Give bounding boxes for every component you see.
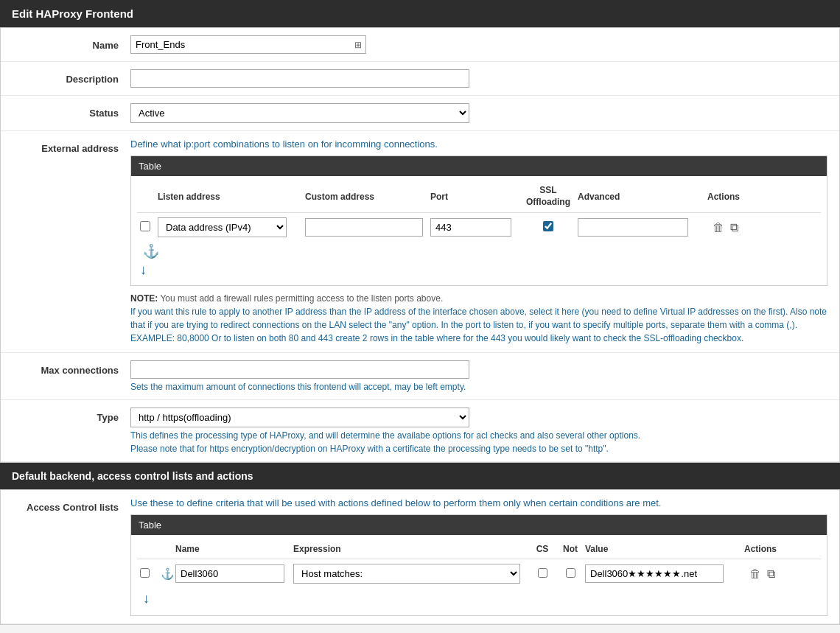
acl-cs-cell — [529, 568, 556, 580]
external-address-label: External address — [13, 139, 130, 154]
acl-table: Table Name Expression CS Not Value Actio… — [130, 514, 827, 616]
external-address-table: Table Listen address Custom address Port… — [130, 155, 827, 286]
ssl-offloading-checkbox[interactable] — [543, 221, 553, 231]
section2-header: Default backend, access control lists an… — [0, 463, 840, 489]
name-content: ⊞ — [130, 35, 827, 54]
acl-col-actions-header: Actions — [732, 544, 777, 554]
section2-form: Access Control lists Use these to define… — [0, 489, 840, 625]
col-advanced-header: Advanced — [578, 192, 696, 202]
acl-arrow-area: ↓ — [137, 588, 821, 609]
type-help-1: This defines the processing type of HAPr… — [130, 430, 827, 441]
advanced-input[interactable] — [578, 218, 688, 237]
external-address-note: Define what ip:port combinations to list… — [130, 139, 827, 150]
max-connections-label: Max connections — [13, 360, 130, 376]
acl-col-cs-header: CS — [529, 544, 556, 554]
acl-expression-select[interactable]: Host matches: Path starts with: Path mat… — [293, 564, 520, 584]
max-connections-help-text: Sets the maximum amount of connections t… — [130, 382, 466, 392]
actions-cell: 🗑 ⧉ — [696, 220, 740, 236]
max-connections-input[interactable] — [130, 360, 469, 379]
port-input[interactable] — [430, 218, 511, 237]
description-row: Description — [1, 62, 839, 96]
external-address-row: External address Define what ip:port com… — [1, 131, 839, 353]
type-help-2: Please note that for https encryption/de… — [130, 444, 827, 454]
port-cell — [430, 218, 519, 237]
status-row: Status Active Inactive — [1, 96, 839, 131]
acl-expression-cell: Host matches: Path starts with: Path mat… — [293, 564, 529, 584]
acl-row-checkbox-wrap — [140, 568, 158, 580]
external-address-content: Define what ip:port combinations to list… — [130, 139, 827, 345]
acl-table-row: ⚓ Host matches: Path starts with: Path m… — [137, 559, 821, 588]
acl-note: Use these to define criteria that will b… — [130, 497, 827, 508]
listen-address-select[interactable]: Data address (IPv4) Data address (IPv6) … — [158, 217, 287, 237]
external-address-note-detail: NOTE: You must add a firewall rules perm… — [130, 292, 827, 345]
col-listen-header: Listen address — [158, 192, 305, 202]
col-port-header: Port — [430, 192, 519, 202]
acl-table-header: Table — [131, 515, 827, 535]
status-label: Status — [13, 103, 130, 119]
row-checkbox-wrap — [140, 221, 158, 234]
type-row: Type http / https(offloading) tcp health… — [1, 400, 839, 462]
note-detail-text: If you want this rule to apply to anothe… — [130, 307, 827, 343]
acl-col-expr-header: Expression — [293, 544, 529, 554]
max-connections-content: Sets the maximum amount of connections t… — [130, 360, 827, 392]
name-label: Name — [13, 35, 130, 51]
acl-actions-cell: 🗑 ⧉ — [732, 566, 777, 582]
acl-col-name-header: Name — [175, 544, 293, 554]
custom-address-input[interactable] — [305, 218, 423, 237]
acl-col-value-header: Value — [585, 544, 732, 554]
acl-not-checkbox[interactable] — [566, 568, 575, 578]
acl-col-not-header: Not — [556, 544, 585, 554]
description-content — [130, 69, 827, 88]
acl-name-input[interactable] — [175, 564, 284, 583]
name-field-icon: ⊞ — [354, 40, 362, 50]
page-title: Edit HAProxy Frontend — [0, 0, 840, 27]
table-columns: Listen address Custom address Port SSL O… — [137, 182, 821, 213]
note-body: You must add a firewall rules permitting… — [130, 293, 827, 343]
name-row: Name ⊞ — [1, 28, 839, 62]
ssl-checkbox-cell — [519, 221, 578, 234]
anchor-icon[interactable]: ⚓ — [143, 243, 159, 259]
arrow-down-icon[interactable]: ↓ — [140, 262, 147, 277]
action-icons: 🗑 ⧉ — [696, 220, 740, 236]
note-label: NOTE: — [130, 293, 158, 304]
delete-button[interactable]: 🗑 — [711, 220, 726, 236]
name-input[interactable] — [130, 35, 366, 54]
acl-anchor-icon[interactable]: ⚓ — [161, 567, 175, 580]
acl-arrow-down-icon[interactable]: ↓ — [143, 591, 150, 606]
type-content: http / https(offloading) tcp health This… — [130, 408, 827, 454]
advanced-cell — [578, 218, 696, 237]
type-select[interactable]: http / https(offloading) tcp health — [130, 408, 469, 427]
acl-row-checkbox[interactable] — [140, 568, 150, 578]
acl-value-input[interactable] — [585, 564, 724, 583]
col-ssl-header: SSL Offloading — [519, 185, 578, 208]
type-help-1-text: This defines the processing type of HAPr… — [130, 430, 640, 441]
acl-copy-button[interactable]: ⧉ — [766, 566, 777, 582]
description-label: Description — [13, 69, 130, 85]
acl-row-anchor-wrap: ⚓ — [158, 567, 175, 581]
status-select[interactable]: Active Inactive — [130, 103, 469, 123]
row-arrow-area: ↓ — [137, 261, 821, 279]
type-help-2-text: Please note that for https encryption/de… — [130, 444, 609, 454]
acl-action-icons: 🗑 ⧉ — [732, 566, 777, 582]
acl-cs-checkbox[interactable] — [538, 568, 547, 578]
col-custom-header: Custom address — [305, 192, 430, 202]
external-address-table-header: Table — [131, 156, 827, 176]
max-connections-help: Sets the maximum amount of connections t… — [130, 382, 827, 392]
name-input-wrap: ⊞ — [130, 35, 366, 54]
copy-button[interactable]: ⧉ — [729, 220, 740, 236]
custom-address-cell — [305, 218, 430, 237]
table-row: Data address (IPv4) Data address (IPv6) … — [137, 213, 821, 242]
type-label: Type — [13, 408, 130, 423]
description-input[interactable] — [130, 69, 469, 88]
acl-not-cell — [556, 568, 585, 580]
acl-columns: Name Expression CS Not Value Actions — [137, 541, 821, 559]
row-checkbox[interactable] — [140, 221, 150, 231]
acl-row: Access Control lists Use these to define… — [1, 490, 839, 624]
status-content: Active Inactive — [130, 103, 827, 123]
acl-table-inner: Name Expression CS Not Value Actions ⚓ — [131, 535, 827, 615]
col-actions-header: Actions — [696, 192, 740, 202]
acl-delete-button[interactable]: 🗑 — [748, 566, 763, 582]
acl-value-cell — [585, 564, 732, 583]
acl-label: Access Control lists — [13, 497, 130, 513]
row-anchor-area: ⚓ — [137, 242, 821, 261]
